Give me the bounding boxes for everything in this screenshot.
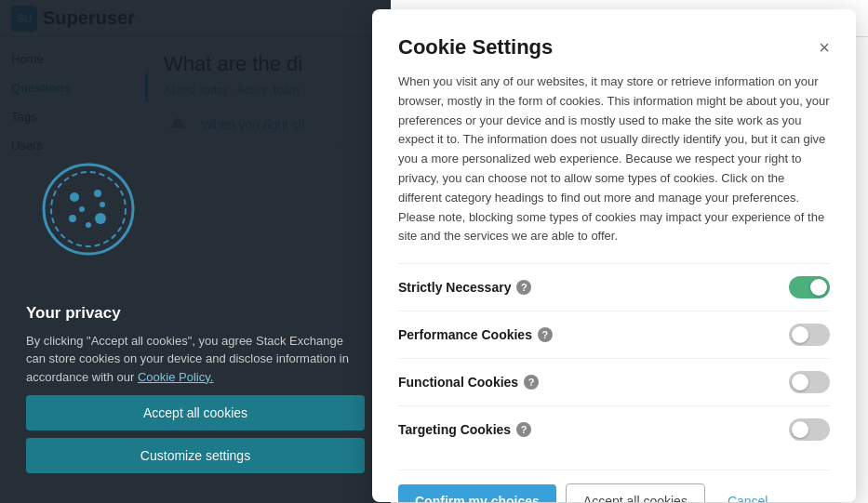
toggle-track-off (789, 324, 830, 346)
performance-help-icon[interactable]: ? (538, 327, 553, 342)
accept-all-cookies-button[interactable]: Accept all cookies (26, 395, 365, 430)
targeting-toggle[interactable] (789, 418, 830, 441)
modal-description: When you visit any of our websites, it m… (398, 73, 830, 246)
privacy-text: By clicking "Accept all cookies", you ag… (26, 332, 365, 387)
privacy-overlay: Your privacy By clicking "Accept all coo… (0, 0, 391, 503)
toggle-knob (810, 279, 827, 296)
modal-footer: Confirm my choices Accept all cookies Ca… (398, 470, 830, 502)
modal-close-button[interactable]: × (819, 38, 830, 57)
customize-settings-button[interactable]: Customize settings (26, 438, 365, 473)
toggle-track-on (789, 276, 830, 298)
svg-point-3 (94, 190, 101, 197)
cancel-button[interactable]: Cancel (714, 484, 781, 502)
modal-title: Cookie Settings (398, 35, 553, 60)
cookie-settings-modal: Cookie Settings × When you visit any of … (372, 9, 856, 502)
targeting-help-icon[interactable]: ? (516, 422, 531, 437)
functional-help-icon[interactable]: ? (524, 375, 539, 390)
cookie-row-strictly-necessary: Strictly Necessary ? (398, 263, 830, 311)
toggle-track-off (789, 371, 830, 393)
toggle-knob (792, 374, 808, 390)
svg-point-5 (95, 213, 106, 224)
toggle-knob (792, 421, 808, 438)
cookie-policy-link[interactable]: Cookie Policy. (138, 370, 213, 384)
svg-point-2 (70, 192, 79, 202)
svg-point-7 (79, 206, 85, 212)
svg-point-0 (44, 165, 133, 254)
cookie-icon (37, 158, 140, 260)
svg-point-4 (69, 215, 76, 222)
targeting-cookies-label: Targeting Cookies ? (398, 422, 531, 437)
performance-toggle[interactable] (789, 324, 830, 346)
privacy-title: Your privacy (26, 304, 121, 323)
cookie-row-functional: Functional Cookies ? (398, 358, 830, 405)
accept-all-cookies-modal-button[interactable]: Accept all cookies (566, 483, 705, 502)
strictly-necessary-help-icon[interactable]: ? (516, 280, 531, 295)
svg-point-1 (51, 172, 126, 246)
confirm-choices-button[interactable]: Confirm my choices (398, 484, 556, 502)
svg-point-8 (100, 202, 105, 207)
svg-point-6 (86, 222, 91, 228)
toggle-track-off (789, 418, 830, 441)
modal-header: Cookie Settings × (398, 35, 830, 60)
performance-cookies-label: Performance Cookies ? (398, 327, 553, 342)
strictly-necessary-label: Strictly Necessary ? (398, 280, 531, 295)
functional-cookies-label: Functional Cookies ? (398, 375, 539, 390)
toggle-knob (792, 326, 808, 343)
strictly-necessary-toggle[interactable] (789, 276, 830, 298)
cookie-row-performance: Performance Cookies ? (398, 311, 830, 358)
cookie-row-targeting: Targeting Cookies ? (398, 405, 830, 453)
functional-toggle[interactable] (789, 371, 830, 393)
